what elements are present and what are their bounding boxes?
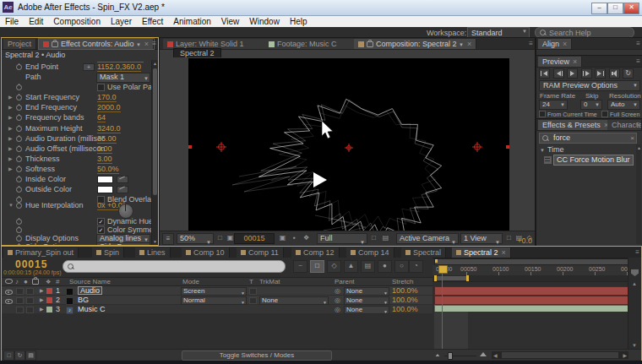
pickwhip-icon[interactable]: ◎ bbox=[335, 296, 340, 305]
full-screen-checkbox[interactable]: Full Screen bbox=[601, 111, 639, 117]
stopwatch-icon[interactable] bbox=[16, 227, 22, 233]
previous-frame-button[interactable] bbox=[553, 68, 564, 79]
panel-menu-icon[interactable]: ≡ bbox=[636, 57, 640, 65]
menu-window[interactable]: Window bbox=[249, 17, 280, 26]
layer-name[interactable]: Music C bbox=[78, 305, 106, 313]
chevron-right-icon[interactable]: ▶ bbox=[8, 93, 13, 101]
point-picker-button[interactable]: + bbox=[83, 63, 95, 71]
grid-guides-icon[interactable]: □ bbox=[504, 234, 514, 242]
stretch-value[interactable]: 100.0% bbox=[392, 305, 418, 313]
close-icon[interactable]: × bbox=[502, 248, 506, 257]
menu-layer[interactable]: Layer bbox=[111, 17, 132, 26]
stopwatch-icon[interactable] bbox=[16, 84, 22, 90]
tab-lines[interactable]: Lines bbox=[135, 247, 171, 258]
show-snapshot-icon[interactable]: ▪ bbox=[290, 234, 299, 242]
zoom-in-icon[interactable] bbox=[480, 352, 487, 356]
stretch-value[interactable]: 100.0% bbox=[392, 286, 418, 295]
menu-effect[interactable]: Effect bbox=[142, 17, 163, 26]
color-swatch[interactable] bbox=[97, 186, 113, 193]
color-swatch[interactable] bbox=[97, 176, 113, 183]
tab-preview[interactable]: Preview× bbox=[538, 57, 582, 67]
close-icon[interactable]: × bbox=[467, 40, 471, 48]
tab-effects-presets[interactable]: Effects & Presets× bbox=[538, 120, 613, 130]
stopwatch-icon[interactable] bbox=[16, 219, 22, 225]
current-time-display[interactable]: 00015 bbox=[15, 258, 47, 270]
scrollbar[interactable]: ▲ bbox=[636, 144, 641, 244]
col-stretch[interactable]: Stretch bbox=[392, 278, 413, 285]
channels-icon[interactable]: ❖ bbox=[302, 234, 311, 242]
comp-marker-bin-icon[interactable] bbox=[631, 269, 639, 276]
work-area-end-handle[interactable] bbox=[466, 275, 469, 281]
zoom-slider-thumb[interactable] bbox=[448, 352, 453, 360]
checkbox[interactable] bbox=[97, 84, 105, 91]
col-parent[interactable]: Parent bbox=[335, 278, 355, 285]
property-value[interactable]: 3.00 bbox=[97, 155, 112, 164]
property-value[interactable]: 170.0 bbox=[97, 93, 117, 102]
menu-animation[interactable]: Animation bbox=[173, 17, 210, 26]
current-time-indicator-line[interactable] bbox=[442, 265, 443, 351]
navigator-start-handle[interactable] bbox=[435, 259, 438, 263]
resolution-dropdown[interactable]: Full▼ bbox=[317, 233, 367, 244]
clear-search-icon[interactable]: × bbox=[630, 133, 634, 143]
property-value[interactable]: 50.0% bbox=[97, 165, 119, 174]
chevron-right-icon[interactable]: ▶ bbox=[40, 305, 44, 313]
hide-shy-layers-icon[interactable]: ▲ bbox=[344, 260, 358, 273]
scroll-right-icon[interactable]: ▶ bbox=[623, 352, 627, 359]
stopwatch-icon[interactable] bbox=[16, 64, 22, 70]
chevron-right-icon[interactable]: ▶ bbox=[8, 124, 13, 133]
property-value[interactable]: 0.00 bbox=[97, 144, 112, 154]
maximize-button[interactable]: □ bbox=[607, 3, 623, 14]
col-mode[interactable]: Mode bbox=[182, 278, 199, 285]
chevron-down-icon[interactable]: ▼ bbox=[459, 42, 464, 47]
chevron-right-icon[interactable]: ▶ bbox=[8, 144, 13, 153]
stopwatch-icon[interactable] bbox=[16, 95, 22, 101]
expand-layer-switches-icon[interactable]: □ bbox=[3, 350, 14, 361]
tab-primary-spin-out[interactable]: Primary_Spin out bbox=[3, 247, 79, 258]
scrollbar-thumb[interactable] bbox=[502, 352, 618, 358]
layer-name[interactable]: Audio bbox=[78, 286, 102, 295]
menu-view[interactable]: View bbox=[221, 17, 240, 26]
expand-inout-icon[interactable]: ▤ bbox=[25, 350, 36, 361]
ram-preview-options-dropdown[interactable]: RAM Preview Options▼ bbox=[539, 80, 640, 91]
layer-bar-audio[interactable] bbox=[434, 286, 630, 296]
menu-file[interactable]: File bbox=[5, 17, 19, 26]
layer-row-3[interactable]: ▶ 3 ♪ Music C ◎ None▼ 100.0% bbox=[2, 305, 433, 314]
frame-blending-icon[interactable]: ▤ bbox=[361, 260, 375, 273]
col-number[interactable]: # bbox=[56, 278, 59, 285]
tab-spectral-2[interactable]: Spectral 2× bbox=[452, 247, 511, 258]
pickwhip-icon[interactable]: ◎ bbox=[335, 287, 340, 296]
side-options-dropdown[interactable]: Side B▼ bbox=[96, 242, 150, 245]
stopwatch-icon[interactable] bbox=[16, 105, 22, 111]
property-value[interactable]: 35.00 bbox=[97, 134, 117, 144]
play-button[interactable] bbox=[567, 68, 578, 79]
current-time-indicator-handle[interactable] bbox=[438, 265, 448, 274]
minimize-button[interactable]: – bbox=[591, 3, 607, 14]
audio-switch[interactable] bbox=[16, 297, 24, 304]
close-icon[interactable]: × bbox=[563, 40, 567, 48]
stopwatch-icon[interactable] bbox=[16, 236, 22, 242]
lock-switch[interactable] bbox=[26, 307, 34, 313]
stopwatch-icon[interactable] bbox=[16, 166, 22, 172]
menu-composition[interactable]: Composition bbox=[53, 17, 101, 26]
blend-mode-dropdown[interactable]: Screen▼ bbox=[181, 287, 247, 296]
chevron-right-icon[interactable]: ▶ bbox=[40, 286, 44, 295]
chevron-right-icon[interactable]: ▶ bbox=[8, 103, 13, 111]
next-frame-button[interactable] bbox=[581, 68, 592, 79]
chevron-right-icon[interactable]: ▶ bbox=[40, 296, 44, 304]
trkmat-dropdown[interactable]: None▼ bbox=[259, 296, 329, 305]
tab-composition-viewer[interactable]: Composition: Spectral 2 ▼× bbox=[354, 39, 476, 49]
trkmat-well[interactable] bbox=[249, 288, 257, 295]
timeline-vertical-scrollbar[interactable]: ▲ ▼ bbox=[628, 258, 641, 350]
stopwatch-icon[interactable] bbox=[16, 177, 22, 182]
stretch-value[interactable]: 100.0% bbox=[392, 296, 418, 304]
work-area-bar[interactable] bbox=[433, 275, 641, 282]
zoom-out-icon[interactable] bbox=[436, 354, 440, 356]
stopwatch-icon[interactable] bbox=[16, 115, 22, 121]
tab-project[interactable]: Project bbox=[3, 39, 36, 49]
stopwatch-icon[interactable] bbox=[16, 156, 22, 162]
effect-item-cc-force-motion-blur[interactable]: CC Force Motion Blur bbox=[553, 155, 634, 166]
effects-category-time[interactable]: ▼Time bbox=[540, 145, 564, 154]
parent-dropdown[interactable]: None▼ bbox=[344, 287, 389, 296]
tab-comp-10[interactable]: Comp 10 bbox=[182, 247, 230, 258]
panel-menu-icon[interactable]: ≡ bbox=[152, 40, 156, 47]
